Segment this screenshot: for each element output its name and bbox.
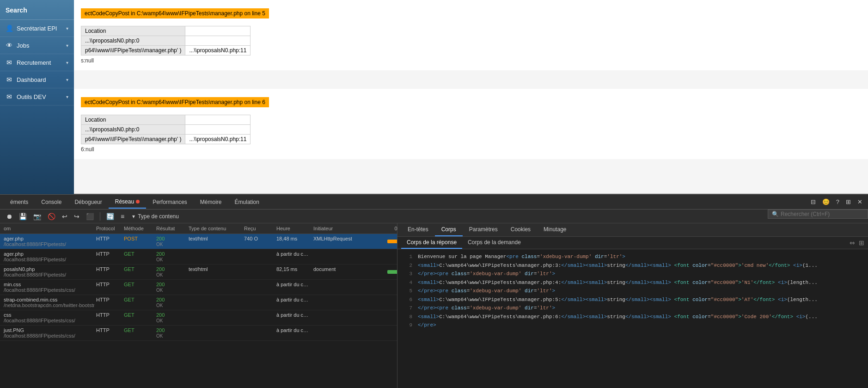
- line-num-5: 5: [403, 287, 412, 295]
- record-indicator: [136, 200, 140, 203]
- tab-corps[interactable]: Corps: [435, 223, 463, 236]
- error-section-1: ectCodeCopyPost in C:\wamp64\www\IFPipeT…: [74, 0, 868, 70]
- network-row-5[interactable]: strap-combined.min.css /netdna.bootstrap…: [0, 295, 397, 310]
- line-num-8: 8: [403, 313, 412, 321]
- row1-content-type: text/html: [187, 234, 242, 249]
- response-panel: En-têtes Corps Paramètres Cookies Minuta…: [397, 223, 868, 388]
- devtools-tabs-bar: éments Console Débogueur Réseau Performa…: [0, 195, 868, 209]
- devtools-window-controls: ⊟ 😊 ? ⊞ ✕: [809, 197, 864, 206]
- row6-waterfall: [385, 310, 397, 325]
- row6-time: à partir du cac... 0 s: [275, 310, 312, 325]
- list-button[interactable]: ≡: [118, 212, 127, 221]
- clear-button[interactable]: 🚫: [45, 212, 58, 221]
- col-result: Résultat: [154, 223, 187, 234]
- toolbar-separator: [100, 212, 100, 221]
- network-row-2[interactable]: ager.php /localhost:8888/IFPipetests/ HT…: [0, 249, 397, 265]
- sidebar-item-dashboard[interactable]: ✉ Dashboard ▾: [0, 71, 74, 88]
- circular-button[interactable]: 🔄: [104, 212, 116, 221]
- error-box-2: ectCodeCopyPost in C:\wamp64\www\IFPipeT…: [81, 97, 269, 107]
- line-content-2: <small>C:\wamp64\www\IFPipeTests\manager…: [418, 262, 862, 270]
- network-row-7[interactable]: just.PNG /localhost:8888/IFPipetests/css…: [0, 326, 397, 341]
- tab-elements[interactable]: éments: [4, 196, 35, 208]
- network-rows: ager.php /localhost:8888/IFPipetests/ HT…: [0, 234, 397, 388]
- stop-button[interactable]: ⬛: [84, 212, 96, 221]
- screenshot-button[interactable]: 📷: [31, 212, 43, 221]
- error-row-2b: ...\\proposalsN0.php:11: [185, 46, 251, 55]
- location-header-2: Location: [81, 115, 185, 125]
- tab-cookies[interactable]: Cookies: [504, 223, 537, 236]
- row4-method: GET: [122, 280, 154, 295]
- sidebar-item-jobs[interactable]: 👁 Jobs ▾: [0, 37, 74, 54]
- response-line-4: 4 <small>C:\wamp64\www\IFPipeTests\manag…: [403, 279, 862, 287]
- devtools-search-box: 🔍: [768, 209, 868, 219]
- network-row-4[interactable]: min.css /localhost:8888/IFPipetests/css/…: [0, 280, 397, 295]
- subtab-request-body[interactable]: Corps de la demande: [462, 237, 526, 249]
- tab-debugger[interactable]: Débogueur: [68, 196, 108, 208]
- row6-name: css /localhost:8888/IFPipetests/css/: [2, 310, 94, 325]
- response-subtabs: Corps de la réponse Corps de la demande …: [397, 237, 868, 249]
- response-tabs: En-têtes Corps Paramètres Cookies Minuta…: [397, 223, 868, 237]
- row2-waterfall: [385, 249, 397, 264]
- tab-performance[interactable]: Performances: [146, 196, 194, 208]
- col-protocol: Protocol: [94, 223, 122, 234]
- row5-time: à partir du cac... 0 s: [275, 295, 312, 310]
- tab-parametres[interactable]: Paramètres: [463, 223, 504, 236]
- error-row-1b: [185, 36, 251, 46]
- response-line-2: 2 <small>C:\wamp64\www\IFPipeTests\manag…: [403, 262, 862, 270]
- sidebar-item-label: Dashboard: [17, 76, 46, 83]
- devtools-toolbar: ⏺ 💾 📷 🚫 ↩ ↪ ⬛ 🔄 ≡ ▾ Type de contenu: [0, 209, 868, 223]
- line-content-1: Bienvenue sur la page Manager<pre class=…: [418, 253, 862, 261]
- devtools-expand-icon[interactable]: ⊞: [844, 197, 853, 206]
- response-line-1: 1 Bienvenue sur la page Manager<pre clas…: [403, 253, 862, 261]
- error-table-2: Location ...\\proposalsN0.php:0 p64\\www…: [81, 115, 251, 144]
- network-row-3[interactable]: posalsN0.php /localhost:8888/IFPipetests…: [0, 265, 397, 280]
- sidebar: Search 👤 Secrétariat EPI ▾ 👁 Jobs ▾ ✉ Re…: [0, 0, 74, 194]
- sidebar-item-outils-dev[interactable]: ✉ Outils DEV ▾: [0, 88, 74, 105]
- line-num-7: 7: [403, 304, 412, 312]
- error-box-1: ectCodeCopyPost in C:\wamp64\www\IFPipeT…: [81, 8, 269, 18]
- col-time: Heure: [275, 223, 312, 234]
- wrap-icon[interactable]: ⇔: [850, 239, 855, 246]
- tab-emulation[interactable]: Émulation: [228, 196, 266, 208]
- sidebar-item-secretariat[interactable]: 👤 Secrétariat EPI ▾: [0, 20, 74, 37]
- row7-protocol: HTTP: [94, 326, 122, 340]
- row7-status: 200OK: [154, 326, 187, 340]
- row3-received: [242, 265, 275, 279]
- timing-bar-3: [387, 270, 397, 274]
- devtools-close-icon[interactable]: ✕: [856, 197, 864, 206]
- subtab-response-body[interactable]: Corps de la réponse: [401, 237, 462, 249]
- record-button[interactable]: ⏺: [4, 212, 15, 221]
- row1-name: ager.php /localhost:8888/IFPipetests/: [2, 234, 94, 249]
- tab-memory[interactable]: Mémoire: [194, 196, 228, 208]
- sidebar-search-label: Search: [0, 0, 74, 20]
- row5-content-type: [187, 295, 242, 310]
- line-content-7: </pre><pre class='xdebug-var-dump' dir='…: [418, 304, 862, 312]
- save-button[interactable]: 💾: [17, 212, 29, 221]
- response-content: 1 Bienvenue sur la page Manager<pre clas…: [397, 249, 868, 388]
- tab-headers[interactable]: En-têtes: [401, 223, 435, 236]
- row4-content-type: [187, 280, 242, 295]
- row7-time: à partir du cac... 0 s: [275, 326, 312, 340]
- tab-network[interactable]: Réseau: [109, 196, 146, 209]
- row2-time: à partir du cac... 0 s: [275, 249, 312, 264]
- error-section-2: ectCodeCopyPost in C:\wamp64\www\IFPipeT…: [74, 89, 868, 159]
- back-button[interactable]: ↩: [60, 212, 70, 221]
- tab-minutage[interactable]: Minutage: [537, 223, 573, 236]
- forward-button[interactable]: ↪: [72, 212, 82, 221]
- devtools-search-input[interactable]: [781, 211, 864, 217]
- location-header: Location: [81, 26, 185, 36]
- col-received: Reçu: [242, 223, 275, 234]
- row3-name: posalsN0.php /localhost:8888/IFPipetests…: [2, 265, 94, 279]
- response-line-7: 7 </pre><pre class='xdebug-var-dump' dir…: [403, 304, 862, 312]
- network-row-1[interactable]: ager.php /localhost:8888/IFPipetests/ HT…: [0, 234, 397, 249]
- sidebar-item-recrutement[interactable]: ✉ Recrutement ▾: [0, 54, 74, 71]
- devtools-dock-icon[interactable]: ⊟: [809, 197, 818, 206]
- row7-content-type: [187, 326, 242, 340]
- copy-icon[interactable]: ⊞: [859, 239, 864, 246]
- row2-name: ager.php /localhost:8888/IFPipetests/: [2, 249, 94, 264]
- network-row-6[interactable]: css /localhost:8888/IFPipetests/css/ HTT…: [0, 310, 397, 326]
- row2-protocol: HTTP: [94, 249, 122, 264]
- devtools-help-icon[interactable]: ?: [834, 197, 841, 206]
- row4-received: [242, 280, 275, 295]
- tab-console[interactable]: Console: [35, 196, 68, 208]
